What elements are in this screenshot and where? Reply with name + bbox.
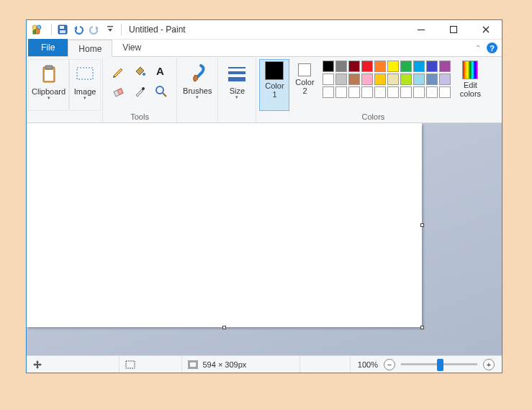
tools-grid: A xyxy=(106,59,173,104)
ribbon-tabs: File Home View ⌃ ? xyxy=(27,40,502,57)
color-swatch[interactable] xyxy=(374,86,386,98)
help-button[interactable]: ? xyxy=(487,43,497,53)
save-button[interactable] xyxy=(55,22,71,37)
edit-colors-button[interactable]: Edit colors xyxy=(454,59,487,111)
move-icon xyxy=(32,360,42,370)
color-swatch[interactable] xyxy=(400,86,412,98)
tab-file[interactable]: File xyxy=(28,39,68,56)
size-button[interactable]: Size ▾ xyxy=(221,59,253,111)
color-swatch[interactable] xyxy=(335,73,347,85)
resize-handle-right[interactable] xyxy=(420,223,424,227)
select-icon xyxy=(73,63,96,86)
tools-group-label: Tools xyxy=(106,112,173,122)
color-swatch[interactable] xyxy=(348,61,360,72)
edit-colors-label: Edit colors xyxy=(460,81,481,98)
color-swatch[interactable] xyxy=(323,73,334,85)
paint-window: Untitled - Paint File Home View ⌃ ? Clip… xyxy=(26,19,502,373)
svg-rect-12 xyxy=(45,70,53,81)
dropdown-icon: ▾ xyxy=(235,95,238,99)
qat-customize-button[interactable] xyxy=(102,22,118,37)
color-swatch[interactable] xyxy=(426,61,438,72)
canvas-scroll-area[interactable] xyxy=(27,123,502,355)
svg-rect-3 xyxy=(33,30,35,34)
svg-point-14 xyxy=(143,73,145,76)
svg-rect-13 xyxy=(77,68,93,79)
zoom-slider-thumb[interactable] xyxy=(437,359,443,371)
color-swatch[interactable] xyxy=(387,73,399,85)
zoom-level: 100% xyxy=(358,360,378,369)
color-swatch[interactable] xyxy=(413,61,425,72)
resize-handle-corner[interactable] xyxy=(420,326,424,329)
color1-swatch xyxy=(265,61,284,80)
svg-point-18 xyxy=(142,87,145,90)
window-controls xyxy=(405,20,502,40)
tab-home[interactable]: Home xyxy=(68,40,112,57)
color-swatch[interactable] xyxy=(374,73,386,85)
color-swatch[interactable] xyxy=(348,86,360,98)
svg-rect-2 xyxy=(35,29,40,34)
svg-rect-8 xyxy=(418,30,425,30)
brushes-button[interactable]: Brushes ▾ xyxy=(180,59,215,111)
color-swatch[interactable] xyxy=(361,86,373,98)
color-swatch[interactable] xyxy=(426,86,438,98)
color-swatch[interactable] xyxy=(400,61,412,72)
svg-rect-11 xyxy=(45,66,53,69)
app-icon xyxy=(30,22,45,37)
color-swatch[interactable] xyxy=(348,73,360,85)
maximize-button[interactable] xyxy=(437,20,469,40)
text-tool[interactable]: A xyxy=(153,63,169,79)
color-swatch[interactable] xyxy=(439,61,451,72)
color-swatch[interactable] xyxy=(374,61,386,72)
selection-icon xyxy=(125,360,135,369)
color-swatch[interactable] xyxy=(335,61,347,72)
canvas[interactable] xyxy=(27,123,422,327)
minimize-button[interactable] xyxy=(405,20,437,40)
color-swatch[interactable] xyxy=(439,86,451,98)
color-swatch[interactable] xyxy=(413,86,425,98)
color1-label: Color 1 xyxy=(265,81,284,99)
ribbon-collapse-button[interactable]: ⌃ xyxy=(475,44,481,52)
brush-icon xyxy=(186,62,209,85)
file-size-cell xyxy=(300,356,351,373)
clipboard-icon xyxy=(37,63,60,86)
tab-view[interactable]: View xyxy=(112,39,151,56)
color1-button[interactable]: Color 1 xyxy=(259,59,289,111)
pencil-tool[interactable] xyxy=(110,63,126,79)
color-swatch[interactable] xyxy=(439,73,451,85)
clipboard-button[interactable]: Clipboard ▾ xyxy=(28,59,69,111)
undo-button[interactable] xyxy=(71,22,86,37)
color-swatch[interactable] xyxy=(361,61,373,72)
magnifier-tool[interactable] xyxy=(153,84,169,99)
size-icon xyxy=(225,62,248,85)
color-swatch[interactable] xyxy=(387,61,399,72)
color-swatch[interactable] xyxy=(361,73,373,85)
color-picker-tool[interactable] xyxy=(132,84,148,99)
dropdown-icon: ▾ xyxy=(48,96,50,100)
canvas-dimensions: 594 × 309px xyxy=(202,360,246,369)
zoom-slider[interactable] xyxy=(401,363,477,365)
dimensions-icon xyxy=(188,360,198,369)
color-swatch[interactable] xyxy=(323,86,334,98)
resize-handle-bottom[interactable] xyxy=(222,326,226,329)
color-swatch[interactable] xyxy=(335,86,347,98)
color-swatch[interactable] xyxy=(426,73,438,85)
redo-button[interactable] xyxy=(86,22,102,37)
spectrum-icon xyxy=(462,61,478,79)
colors-group-label: Colors xyxy=(259,112,487,122)
window-title: Untitled - Paint xyxy=(129,24,186,35)
color-swatch[interactable] xyxy=(400,73,412,85)
canvas-size-cell: 594 × 309px xyxy=(182,356,299,373)
close-button[interactable] xyxy=(469,20,502,40)
color-swatch[interactable] xyxy=(323,61,334,72)
eraser-tool[interactable] xyxy=(110,84,126,99)
svg-rect-20 xyxy=(228,67,245,68)
color2-swatch xyxy=(298,63,311,76)
color2-button[interactable]: Color 2 xyxy=(289,59,320,111)
image-button[interactable]: Image ▾ xyxy=(69,59,101,111)
fill-tool[interactable] xyxy=(132,63,148,79)
zoom-out-button[interactable]: − xyxy=(384,359,395,370)
zoom-in-button[interactable]: + xyxy=(483,359,495,370)
color-swatch[interactable] xyxy=(387,86,399,98)
tab-file-label: File xyxy=(41,43,55,53)
color-swatch[interactable] xyxy=(413,73,425,85)
